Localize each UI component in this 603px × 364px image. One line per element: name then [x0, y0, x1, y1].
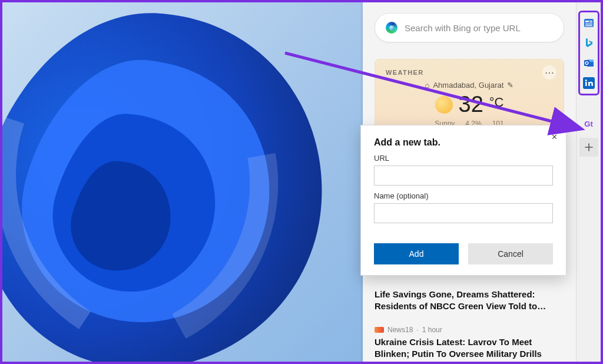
svg-rect-4: [589, 21, 592, 21]
cancel-button[interactable]: Cancel: [468, 243, 553, 264]
news-item[interactable]: Life Savings Gone, Dreams Shattered: Res…: [375, 282, 564, 321]
name-input[interactable]: [374, 203, 553, 223]
svg-rect-5: [589, 22, 592, 22]
news-headline: Ukraine Crisis Latest: Lavrov To Meet Bl…: [375, 336, 564, 360]
outlook-icon[interactable]: [582, 56, 596, 70]
weather-card-title: WEATHER: [386, 69, 553, 76]
search-box[interactable]: [375, 13, 564, 42]
wallpaper: [2, 2, 391, 362]
svg-rect-11: [585, 82, 587, 86]
edge-sidebar-rail: Gt: [576, 2, 601, 362]
edge-icon: [386, 22, 397, 34]
home-icon: ⌂: [425, 81, 430, 90]
svg-point-12: [585, 80, 587, 81]
dialog-title: Add a new tab.: [374, 137, 553, 148]
weather-location-text: Ahmadabad, Gujarat: [433, 81, 503, 90]
add-button[interactable]: Add: [374, 243, 459, 264]
bing-icon[interactable]: [582, 36, 596, 50]
svg-rect-1: [585, 21, 589, 22]
add-tab-dialog: ✕ Add a new tab. URL Name (optional) Add…: [360, 125, 566, 276]
weather-card: WEATHER ⋯ ⌂ Ahmadabad, Gujarat ✎ 32 °C S…: [375, 59, 564, 133]
screenshot-frame: WEATHER ⋯ ⌂ Ahmadabad, Gujarat ✎ 32 °C S…: [2, 2, 601, 362]
news-icon[interactable]: [582, 16, 596, 30]
url-label: URL: [374, 154, 553, 163]
weather-location: ⌂ Ahmadabad, Gujarat ✎: [386, 81, 553, 90]
sun-icon: [435, 96, 453, 114]
name-label: Name (optional): [374, 191, 553, 200]
news-source-logo: [375, 327, 384, 333]
weather-unit: °C: [489, 95, 504, 110]
news-headline: Life Savings Gone, Dreams Shattered: Res…: [375, 289, 564, 313]
news-list: Life Savings Gone, Dreams Shattered: Res…: [375, 282, 564, 362]
news-item[interactable]: News18 · 1 hour Ukraine Crisis Latest: L…: [375, 321, 564, 362]
weather-more-button[interactable]: ⋯: [542, 65, 556, 80]
edit-location-icon[interactable]: ✎: [507, 81, 513, 90]
rail-highlight-group: [578, 11, 599, 95]
gt-icon[interactable]: Gt: [582, 117, 596, 131]
news-age: 1 hour: [422, 326, 442, 334]
svg-rect-3: [585, 25, 592, 27]
svg-rect-8: [584, 60, 589, 66]
add-tab-button[interactable]: [579, 138, 598, 157]
linkedin-icon[interactable]: [582, 76, 596, 90]
url-input[interactable]: [374, 166, 553, 186]
weather-temperature: 32: [459, 92, 483, 117]
svg-rect-2: [585, 24, 592, 25]
close-icon[interactable]: ✕: [551, 133, 558, 141]
search-input[interactable]: [405, 23, 553, 33]
news-source: News18: [387, 326, 413, 334]
